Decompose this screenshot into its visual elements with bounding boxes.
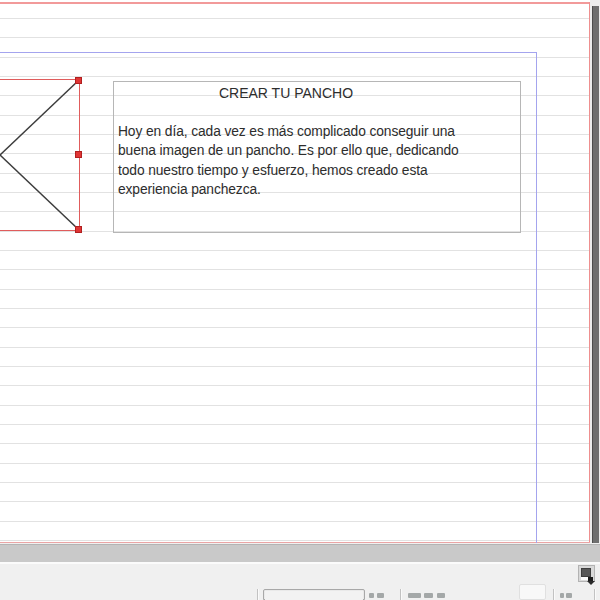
baseline-grid-line [0, 405, 590, 406]
text-frame-title: CREAR TU PANCHO [114, 84, 520, 103]
zoom-level-spinbox[interactable] [263, 589, 365, 600]
page-border-bottom [0, 542, 590, 544]
selection-handle-bottom-right[interactable] [75, 226, 82, 233]
image-placeholder-x-icon [0, 80, 79, 230]
status-separator [594, 589, 596, 600]
status-text-fragment [437, 593, 445, 598]
baseline-grid-line [0, 347, 590, 348]
baseline-grid-line [0, 443, 590, 444]
margin-guide-top [0, 52, 537, 53]
status-separator [400, 589, 402, 600]
baseline-grid-line [0, 385, 590, 386]
page-border-top [0, 2, 590, 4]
app-canvas-viewport: CREAR TU PANCHO Hoy en día, cada vez es … [0, 0, 600, 600]
baseline-grid-line [0, 37, 590, 38]
page-canvas[interactable]: CREAR TU PANCHO Hoy en día, cada vez es … [0, 0, 591, 543]
body-line: buena imagen de un pancho. Es por ello q… [118, 141, 518, 160]
selection-handle-top-right[interactable] [75, 77, 82, 84]
status-widget[interactable] [519, 584, 546, 600]
baseline-grid-line [0, 521, 590, 522]
status-separator [257, 589, 259, 600]
status-text-fragment [377, 593, 384, 598]
baseline-grid-line [0, 250, 590, 251]
baseline-grid-line [0, 463, 590, 464]
display-icon-screen [581, 568, 591, 577]
baseline-grid-line [0, 18, 590, 19]
image-frame[interactable] [0, 79, 80, 231]
scratch-space-bottom [0, 544, 600, 562]
margin-guide-right [536, 52, 537, 543]
zoom-spinbox-field [265, 591, 363, 600]
baseline-grid-line [0, 76, 590, 77]
page-shadow [592, 6, 599, 543]
display-icon-base [581, 577, 588, 580]
body-line: todo nuestro tiempo y esfuerzo, hemos cr… [118, 161, 518, 180]
dropdown-arrow-icon[interactable] [587, 581, 595, 585]
baseline-grid-line [0, 57, 590, 58]
baseline-grid-line [0, 482, 590, 483]
baseline-grid-line [0, 289, 590, 290]
status-separator [553, 589, 555, 600]
display-settings-icon[interactable] [578, 565, 595, 582]
baseline-grid-line [0, 327, 590, 328]
body-line: Hoy en día, cada vez es más complicado c… [118, 122, 518, 141]
status-text-fragment [408, 593, 421, 598]
status-text-fragment [424, 593, 433, 598]
text-frame-body: Hoy en día, cada vez es más complicado c… [118, 122, 518, 199]
status-text-fragment [566, 593, 572, 598]
baseline-grid-line [0, 269, 590, 270]
selection-handle-middle-right[interactable] [75, 151, 82, 158]
baseline-grid-line [0, 501, 590, 502]
status-text-fragment [560, 593, 564, 598]
status-text-fragment [369, 593, 374, 598]
body-line: experiencia panchezca. [118, 180, 518, 199]
baseline-grid-line [0, 308, 590, 309]
baseline-grid-line [0, 366, 590, 367]
baseline-grid-line [0, 424, 590, 425]
text-frame[interactable]: CREAR TU PANCHO Hoy en día, cada vez es … [113, 81, 521, 233]
